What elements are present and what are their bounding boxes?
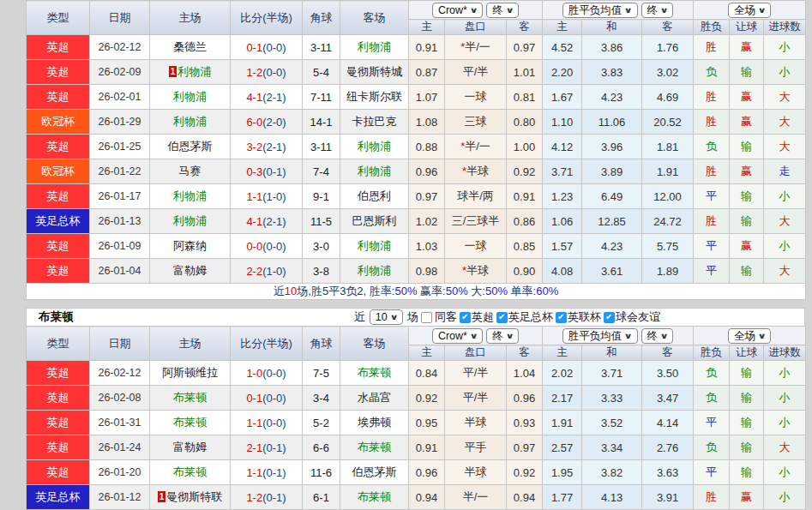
score: 6-0(2-0): [231, 110, 303, 135]
filter-checkbox-2[interactable]: [556, 312, 567, 323]
team-cell: 伯恩茅斯: [340, 460, 409, 485]
avg-home: 1.10: [543, 110, 582, 135]
fulltime-score: 1-1: [246, 190, 262, 203]
avg-away: 2.76: [642, 435, 694, 460]
avg-type-dropdown[interactable]: 胜平负均值∨: [562, 328, 638, 344]
score: 1-0(0-0): [231, 361, 303, 386]
avg-away: 1.81: [642, 135, 694, 159]
team-name: 利物浦: [358, 264, 391, 277]
result-handicap: 输: [730, 209, 764, 234]
red-card-badge: 1: [169, 66, 177, 77]
score: 3-2(2-1): [231, 135, 303, 159]
fulltime-score: 6-0: [246, 116, 262, 129]
fulltime-score: 0-3: [246, 165, 262, 178]
result-handicap: 输: [730, 259, 764, 284]
league-badge: 英超: [27, 60, 90, 85]
table-row: 英超26-02-01利物浦4-1(2-1)7-11纽卡斯尔联1.07一球0.81…: [27, 85, 806, 110]
handicap-star: *: [462, 264, 466, 277]
fulltime-score: 4-1: [246, 215, 262, 228]
fulltime-score: 1-1: [246, 466, 262, 479]
corner-count: 3-11: [303, 35, 340, 60]
odds-home: 0.95: [409, 411, 445, 435]
avg-away: 5.75: [642, 234, 694, 259]
table-row: 英超26-01-20布莱顿1-1(0-1)11-6伯恩茅斯0.96半球0.921…: [27, 460, 806, 485]
col-header-0: 类型: [27, 1, 90, 35]
result-handicap: 赢: [730, 35, 764, 60]
fulltime-score: 3-2: [246, 141, 262, 153]
filter-checkbox-1[interactable]: [496, 312, 508, 323]
unit-label: 场: [407, 309, 418, 325]
filter-label-1: 英足总杯: [508, 309, 553, 325]
avg-draw: 3.83: [582, 60, 642, 85]
summary-segment: 大:: [468, 285, 485, 297]
halftime-score: (2-1): [262, 215, 286, 228]
avg-time-dropdown-label: 终: [647, 3, 659, 17]
table-row: 英超26-02-12桑德兰0-1(0-0)3-11利物浦0.91*半/一0.97…: [27, 35, 806, 60]
filter-checkbox-0[interactable]: [460, 312, 471, 323]
filter-checkbox-3[interactable]: [604, 312, 615, 323]
odds-home: 0.96: [409, 460, 445, 485]
same-away-checkbox[interactable]: [421, 312, 432, 323]
result-handicap: 输: [730, 411, 764, 435]
team-cell: 纽卡斯尔联: [340, 85, 409, 110]
filter-label-3: 球会友谊: [616, 309, 660, 325]
col-header-0: 类型: [27, 327, 90, 361]
sub-header-6: 胜负: [694, 345, 730, 361]
halftime-score: (0-0): [262, 367, 286, 380]
team-name: 富勒姆: [173, 264, 207, 277]
score: 0-1(0-0): [231, 386, 303, 411]
league-badge: 英超: [27, 386, 90, 411]
corner-count: 5-2: [303, 411, 340, 435]
league-badge: 英超: [27, 259, 90, 284]
avg-away: 20.52: [642, 110, 694, 135]
odds-time-dropdown[interactable]: 终∨: [486, 328, 519, 344]
team-name: 布莱顿: [358, 366, 391, 379]
scope-dropdown[interactable]: 全场∨: [728, 3, 771, 18]
chevron-down-icon: ∨: [505, 3, 514, 17]
team-name: 利物浦: [173, 115, 207, 128]
team-cell: 利物浦: [340, 135, 409, 159]
odds-home: 0.91: [409, 35, 445, 60]
chevron-down-icon: ∨: [470, 3, 478, 17]
col-header-1: 日期: [90, 327, 150, 361]
result-goals: 小: [764, 386, 806, 411]
recent-count-select[interactable]: 10∨: [370, 309, 403, 325]
avg-draw: 4.13: [582, 485, 642, 510]
sub-header-1: 盘口: [445, 345, 507, 361]
summary-row: 近10场,胜5平3负2, 胜率:50% 赢率:50% 大:50% 单率:60%: [27, 284, 806, 300]
bookmaker-dropdown[interactable]: Crow*∨: [432, 328, 483, 344]
team-name: 布莱顿: [173, 465, 207, 478]
score: 1-2(0-1): [231, 485, 303, 510]
fulltime-score: 1-1: [246, 417, 262, 429]
team-name: 利物浦: [358, 165, 391, 177]
avg-time-dropdown[interactable]: 终∨: [641, 3, 674, 18]
odds-time-dropdown-label: 终: [492, 3, 503, 17]
avg-draw: 3.52: [582, 411, 642, 435]
team-name: 曼彻斯特城: [346, 65, 402, 78]
handicap: 三/三球半: [445, 209, 507, 234]
avg-home: 1.23: [543, 184, 582, 209]
avg-draw: 3.33: [582, 386, 642, 411]
team-name: 马赛: [179, 165, 201, 177]
corner-count: 14-1: [303, 110, 340, 135]
odds-away: 1.04: [507, 361, 543, 386]
avg-type-dropdown[interactable]: 胜平负均值∨: [562, 3, 638, 18]
odds-away: 0.97: [507, 435, 543, 460]
scope-dropdown[interactable]: 全场∨: [728, 328, 771, 344]
avg-group-header: 胜平负均值∨终∨: [543, 1, 694, 20]
avg-time-dropdown[interactable]: 终∨: [641, 328, 674, 344]
odds-away: 0.81: [507, 85, 543, 110]
bookmaker-dropdown[interactable]: Crow*∨: [432, 3, 483, 18]
col-header-3: 比分(半场): [231, 1, 303, 35]
result-handicap: 赢: [730, 110, 764, 135]
bookmaker-dropdown-label: Crow*: [438, 3, 467, 17]
avg-draw: 12.85: [582, 209, 642, 234]
odds-time-dropdown[interactable]: 终∨: [486, 3, 519, 18]
table-row: 英足总杯26-01-13利物浦4-1(2-1)11-5巴恩斯利1.02三/三球半…: [27, 209, 806, 234]
halftime-score: (1-0): [262, 190, 286, 203]
corner-count: 3-0: [303, 234, 340, 259]
odds-home: 0.92: [409, 386, 445, 411]
avg-draw: 3.61: [582, 259, 642, 284]
team-name: 伯恩茅斯: [352, 465, 397, 478]
score: 2-2(1-0): [231, 259, 303, 284]
